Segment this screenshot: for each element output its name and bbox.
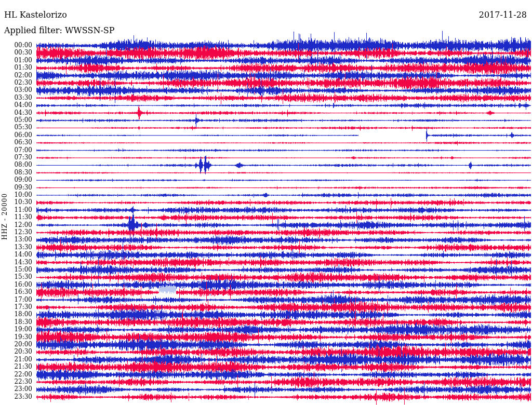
time-label: 18:00 — [0, 311, 32, 318]
time-label: 12:30 — [0, 229, 32, 236]
time-label: 02:30 — [0, 79, 32, 86]
time-label: 11:30 — [0, 214, 32, 221]
time-label: 18:30 — [0, 319, 32, 326]
seismogram-traces — [0, 0, 532, 405]
time-label: 03:30 — [0, 95, 32, 101]
time-label: 09:00 — [0, 177, 32, 183]
time-label: 01:30 — [0, 64, 32, 71]
time-label: 19:00 — [0, 326, 32, 333]
time-axis: 00:0000:3001:0001:3002:0002:3003:0003:30… — [0, 0, 33, 405]
time-label: 15:00 — [0, 266, 32, 273]
time-label: 21:30 — [0, 363, 32, 370]
time-label: 03:00 — [0, 87, 32, 93]
time-label: 22:00 — [0, 371, 32, 378]
time-label: 15:30 — [0, 274, 32, 280]
time-label: 17:00 — [0, 296, 32, 303]
time-label: 11:00 — [0, 207, 32, 213]
time-label: 14:00 — [0, 251, 32, 258]
time-label: 04:00 — [0, 102, 32, 109]
time-label: 14:30 — [0, 259, 32, 266]
time-label: 02:00 — [0, 72, 32, 79]
helicorder-page: HL Kastelorizo 2017-11-28 Applied filter… — [0, 0, 532, 405]
time-label: 00:30 — [0, 49, 32, 56]
time-label: 00:00 — [0, 42, 32, 49]
time-label: 06:30 — [0, 139, 32, 146]
time-label: 22:30 — [0, 379, 32, 385]
record-date: 2017-11-28 — [479, 10, 527, 20]
time-label: 05:30 — [0, 124, 32, 131]
time-label: 13:30 — [0, 244, 32, 251]
time-label: 09:30 — [0, 184, 32, 191]
time-label: 20:00 — [0, 341, 32, 348]
time-label: 07:30 — [0, 154, 32, 161]
time-label: 19:30 — [0, 334, 32, 341]
time-label: 05:00 — [0, 117, 32, 124]
time-label: 21:00 — [0, 356, 32, 363]
time-label: 07:00 — [0, 147, 32, 154]
time-label: 17:30 — [0, 304, 32, 310]
time-label: 23:30 — [0, 394, 32, 400]
time-label: 08:00 — [0, 161, 32, 168]
time-label: 13:00 — [0, 236, 32, 243]
time-label: 20:30 — [0, 348, 32, 355]
time-label: 10:30 — [0, 199, 32, 206]
time-label: 04:30 — [0, 110, 32, 116]
time-label: 16:00 — [0, 281, 32, 288]
time-label: 08:30 — [0, 169, 32, 176]
time-label: 23:00 — [0, 386, 32, 393]
time-label: 12:00 — [0, 222, 32, 228]
time-label: 01:00 — [0, 57, 32, 64]
time-label: 16:30 — [0, 289, 32, 295]
time-label: 06:00 — [0, 132, 32, 139]
time-label: 10:00 — [0, 192, 32, 198]
